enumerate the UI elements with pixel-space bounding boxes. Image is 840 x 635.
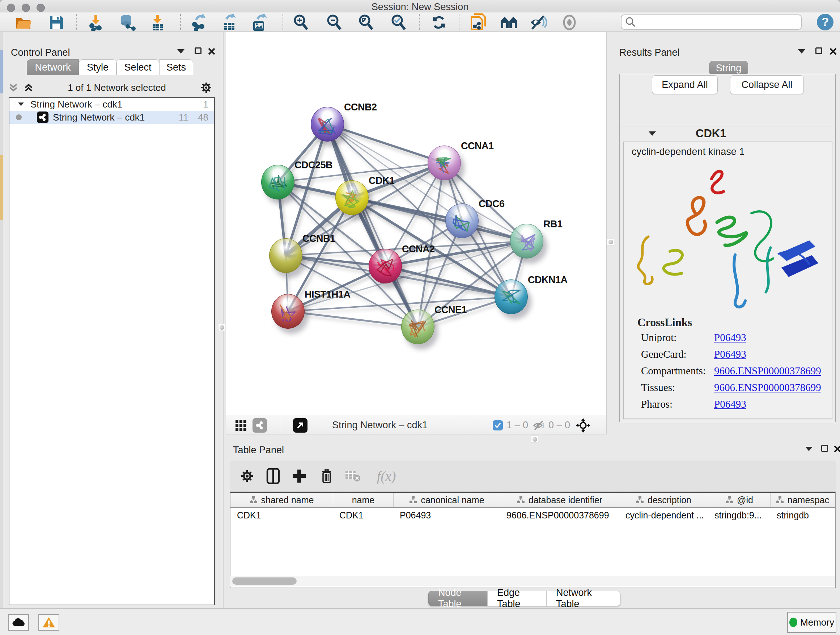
network-node-CCNB2[interactable] (311, 107, 344, 141)
tab-style[interactable]: Style (79, 59, 117, 75)
warning-status-button[interactable] (38, 614, 59, 631)
float-panel-icon[interactable] (815, 48, 822, 54)
column-header[interactable]: description (619, 493, 708, 507)
divider-handle[interactable] (218, 324, 225, 331)
column-header[interactable]: shared name (231, 493, 333, 507)
crosslink-label: Tissues: (624, 382, 714, 394)
open-session-button[interactable] (14, 13, 33, 32)
column-header[interactable]: name (333, 493, 393, 507)
zoom-selected-button[interactable] (389, 13, 408, 32)
close-panel-icon[interactable] (834, 445, 840, 453)
network-node-CCNA2[interactable] (369, 249, 402, 283)
table-gear-icon[interactable] (239, 468, 256, 485)
show-columns-icon[interactable] (265, 468, 281, 485)
collapse-all-button[interactable]: Collapse All (730, 75, 804, 94)
panel-menu-icon[interactable] (177, 49, 185, 54)
divider-handle[interactable] (607, 238, 614, 245)
crosslink-pharos-link[interactable]: P06493 (714, 398, 746, 410)
delete-column-icon[interactable] (318, 468, 335, 485)
open-in-window-icon[interactable] (293, 418, 308, 432)
gear-icon[interactable] (200, 81, 213, 94)
network-view[interactable]: CCNB2CCNA1CDC25BCDK1CDC6RB1CCNB1CCNA2CDK… (226, 32, 606, 416)
column-header[interactable]: database identifier (500, 493, 619, 507)
network-node-CDC25B[interactable] (261, 165, 294, 200)
network-edge[interactable] (288, 311, 418, 327)
zoom-fit-button[interactable] (357, 13, 376, 32)
network-row[interactable]: String Network – cdk1 11 48 (9, 111, 214, 124)
network-node-RB1[interactable] (510, 224, 543, 258)
divider-network-table[interactable] (226, 434, 840, 444)
network-edge[interactable] (327, 124, 444, 163)
crosslink-genecard-link[interactable]: P06493 (714, 348, 746, 360)
network-node-CCNB1[interactable] (269, 238, 302, 273)
divider-network-results[interactable] (606, 32, 615, 434)
save-session-button[interactable] (47, 13, 66, 32)
divider-control-network[interactable] (217, 32, 226, 608)
float-panel-icon[interactable] (821, 445, 828, 452)
cloud-status-button[interactable] (8, 614, 29, 631)
column-header[interactable]: @id (708, 493, 770, 507)
export-network-button[interactable] (189, 13, 208, 32)
network-node-CDKN1A[interactable] (494, 279, 528, 314)
selected-checkbox-icon[interactable] (493, 420, 503, 431)
export-table-button[interactable] (220, 13, 239, 32)
import-database-button[interactable] (118, 13, 137, 32)
network-edge[interactable] (385, 266, 511, 297)
table-horizontal-scrollbar[interactable] (230, 576, 835, 586)
scrollbar-thumb[interactable] (232, 578, 297, 585)
network-share-icon[interactable] (253, 418, 267, 432)
zoom-out-button[interactable] (325, 13, 344, 32)
crosslink-tissues-link[interactable]: 9606.ENSP00000378699 (714, 382, 821, 394)
tab-network[interactable]: Network (27, 59, 79, 75)
protein-structure-image (627, 159, 829, 315)
column-header[interactable]: namespac (770, 493, 835, 507)
import-network-button[interactable] (87, 13, 106, 32)
tab-sets[interactable]: Sets (159, 59, 193, 75)
title-bar: Session: New Session (0, 0, 840, 12)
tab-node-table[interactable]: Node Table (428, 591, 487, 606)
network-node-CDC6[interactable] (445, 203, 478, 238)
expand-all-button[interactable]: Expand All (652, 75, 718, 94)
help-button[interactable]: ? (817, 14, 834, 30)
panel-menu-icon[interactable] (805, 447, 813, 451)
network-node-CCNE1[interactable] (401, 310, 434, 344)
divider-handle[interactable] (531, 435, 538, 443)
tab-network-table[interactable]: Network Table (546, 591, 621, 606)
column-header[interactable]: canonical name (393, 493, 500, 507)
tab-edge-table[interactable]: Edge Table (487, 591, 546, 606)
clone-network-button[interactable] (469, 13, 488, 32)
tab-select[interactable]: Select (117, 59, 159, 75)
network-node-CDK1[interactable] (335, 180, 369, 215)
eye-slash-icon (529, 14, 547, 30)
close-panel-icon[interactable] (208, 48, 216, 55)
tab-string[interactable]: String (709, 61, 748, 75)
toolbar-separator (419, 14, 420, 30)
expand-all-icon[interactable] (23, 82, 34, 93)
cytoscape-window: Session: New Session (0, 0, 840, 635)
hide-selected-button[interactable] (529, 13, 548, 32)
collection-expanded-icon[interactable] (18, 103, 24, 106)
pan-crosshair-icon[interactable] (576, 418, 591, 432)
first-neighbors-button[interactable] (500, 13, 519, 32)
network-node-CCNA1[interactable] (428, 146, 461, 180)
network-node-HIST1H1A[interactable] (271, 294, 305, 329)
float-panel-icon[interactable] (195, 48, 202, 54)
crosslink-compartments-link[interactable]: 9606.ENSP00000378699 (714, 365, 821, 377)
close-panel-icon[interactable] (829, 48, 837, 55)
protein-expand-icon[interactable] (649, 131, 656, 136)
table-row[interactable]: CDK1 CDK1 P06493 9606.ENSP00000378699 cy… (231, 508, 835, 523)
refresh-layout-button[interactable] (430, 13, 448, 32)
zoom-in-button[interactable] (292, 13, 310, 32)
import-table-button[interactable] (148, 13, 167, 32)
birds-eye-view-icon[interactable] (234, 418, 248, 432)
toolbar-separator (180, 14, 181, 30)
memory-button[interactable]: Memory (787, 612, 836, 633)
collapse-all-icon[interactable] (8, 82, 19, 93)
crosslink-uniprot-link[interactable]: P06493 (714, 332, 746, 344)
add-column-icon[interactable] (291, 468, 308, 485)
search-input[interactable] (621, 14, 802, 30)
network-collection-row[interactable]: String Network – cdk1 1 (9, 98, 214, 111)
panel-menu-icon[interactable] (798, 49, 805, 54)
show-all-button[interactable] (560, 13, 579, 32)
export-image-button[interactable] (250, 13, 269, 32)
